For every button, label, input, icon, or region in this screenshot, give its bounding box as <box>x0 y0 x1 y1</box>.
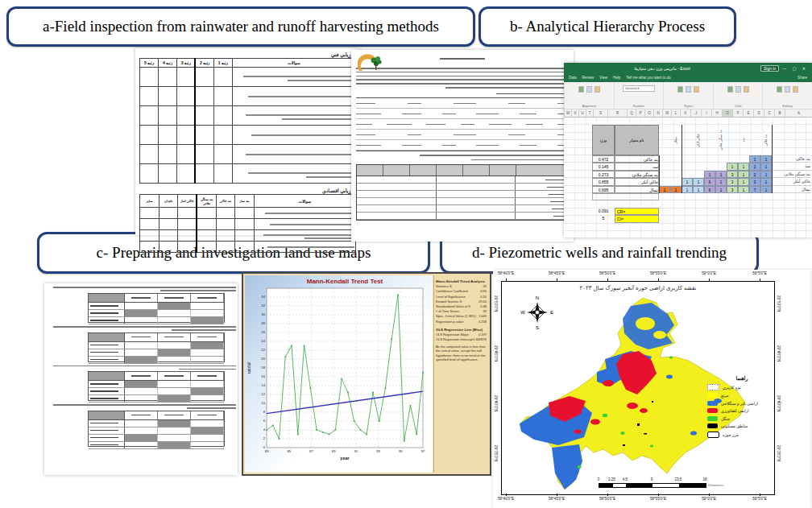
column-header-F[interactable]: F <box>732 109 743 117</box>
method-header: خاکی انبار <box>178 195 197 208</box>
rank-header: رتبه 4 <box>158 59 176 68</box>
weight-cell: 0.472 <box>592 155 615 163</box>
matrix-header-row <box>89 411 224 420</box>
excel-menu-data[interactable]: Data <box>569 76 577 80</box>
cell <box>436 176 463 183</box>
stat-label: Kendall Statistic S <box>436 299 462 304</box>
ribbon-icon[interactable] <box>594 86 600 93</box>
stat-value: 0.48 <box>480 304 487 308</box>
row-label-cell <box>89 303 125 309</box>
column-header-R[interactable]: R <box>607 109 627 117</box>
matrix-cell: 1 <box>670 186 682 193</box>
ribbon-icon[interactable] <box>735 86 741 93</box>
ribbon-icon[interactable] <box>727 86 733 93</box>
matrix-cell: 3 <box>749 178 760 185</box>
header-cell <box>125 294 158 302</box>
column-header-O[interactable]: O <box>644 109 653 117</box>
option-row <box>356 98 569 109</box>
ribbon-icon[interactable] <box>686 86 691 93</box>
map-tick <box>709 279 710 281</box>
column-header-T[interactable]: T <box>586 109 593 117</box>
caption-line <box>172 329 236 331</box>
cell <box>489 198 516 204</box>
caption-line <box>53 366 236 367</box>
column-header-M[interactable]: M <box>662 109 671 117</box>
header-cell <box>516 165 568 176</box>
ribbon-icon[interactable] <box>586 86 592 93</box>
group-label: Editing <box>763 104 812 108</box>
label-line <box>90 390 118 391</box>
ribbon-icon[interactable] <box>694 86 699 93</box>
cell <box>158 310 191 316</box>
legend-swatch <box>707 393 718 398</box>
ribbon-icon[interactable] <box>677 86 683 93</box>
column-header-K[interactable]: K <box>680 109 690 117</box>
svg-text:32: 32 <box>261 304 265 308</box>
stats-title-2: OLS Regression Line (Blue) <box>436 328 487 332</box>
column-header-C[interactable]: C <box>764 109 774 117</box>
column-header-A[interactable]: A <box>785 109 812 117</box>
excel-share-button[interactable]: Share <box>798 76 807 80</box>
excel-menu-help[interactable]: Help <box>613 76 620 80</box>
ribbon-icon[interactable] <box>744 86 749 93</box>
cell <box>125 317 158 324</box>
ribbon-icon[interactable] <box>578 86 584 93</box>
cell <box>436 205 463 212</box>
legend-row: اراضی کشاورزی <box>707 408 777 413</box>
panel-label-a: a-Field inspection from rainwater and ru… <box>6 6 475 47</box>
excel-grid[interactable]: وزننام معیار0.472بند خاکیبند خاکی0.145سد… <box>564 118 812 237</box>
column-header-J[interactable]: J <box>690 109 701 117</box>
column-header-W[interactable]: W <box>564 109 571 117</box>
row-label: بند سنگی ملاتی <box>772 171 810 178</box>
ribbon-group-editing: Editing <box>762 82 812 109</box>
excel-menu-review[interactable]: Review <box>582 76 594 80</box>
option-item <box>476 114 499 115</box>
option-item <box>408 103 421 105</box>
number-format-select[interactable]: General ▾ <box>623 85 655 92</box>
column-header-L[interactable]: L <box>671 109 680 117</box>
column-header-V[interactable]: V <box>571 109 578 117</box>
column-header-E[interactable]: E <box>743 109 753 117</box>
map-tick <box>506 279 507 281</box>
options-table <box>356 97 569 151</box>
column-header-I[interactable]: I <box>701 109 711 117</box>
column-header-H[interactable]: H <box>711 109 722 117</box>
column-header-S[interactable]: S <box>593 109 607 117</box>
matrix-header-row <box>89 333 224 342</box>
excel-signin-button[interactable]: Sign in <box>760 65 779 72</box>
column-header-N[interactable]: N <box>653 109 662 117</box>
ribbon-icon[interactable] <box>793 86 798 93</box>
column-header-Q[interactable]: Q <box>627 109 636 117</box>
group-label: Alignment <box>565 104 614 108</box>
cell <box>191 317 224 324</box>
legend-label: جنگل <box>721 416 730 421</box>
cell <box>125 342 158 349</box>
legend-label: اراضی بایر و سنگلاخی <box>721 401 758 406</box>
option-item <box>426 124 445 126</box>
ribbon-icon[interactable] <box>777 86 782 93</box>
corner-cell <box>89 411 125 419</box>
caption-line <box>53 326 236 328</box>
excel-menu-tell[interactable]: Tell me what you want to do <box>626 76 671 80</box>
paragraph-line <box>356 79 569 81</box>
matrix-cell: 1 <box>738 171 749 178</box>
column-header-U[interactable]: U <box>578 109 586 117</box>
ribbon-icon[interactable] <box>785 86 790 93</box>
column-header-P[interactable]: P <box>636 109 644 117</box>
column-header-B[interactable]: B <box>774 109 785 117</box>
criteria-cell: خاکی آنکر <box>615 178 659 185</box>
mann-kendall-chart: 0246810121416182022242628303234838587899… <box>242 272 491 476</box>
stat-row: Standardized Value of S0.48 <box>436 304 487 308</box>
latitude-label: 29°35'0"N <box>494 445 498 461</box>
excel-menu-bar: Data Review ViewHelp Tell me what you wa… <box>564 73 812 82</box>
svg-text:14: 14 <box>261 383 265 387</box>
longitude-label: 59°5'0"E <box>752 497 767 501</box>
cell <box>436 191 463 197</box>
column-header-D[interactable]: D <box>753 109 764 117</box>
label-line <box>90 345 118 345</box>
row-label-cell <box>89 381 125 387</box>
column-header-G[interactable]: G <box>722 109 732 117</box>
excel-window-controls[interactable]: — ▢ ✕ <box>782 66 808 71</box>
excel-menu-view[interactable]: View <box>599 76 607 80</box>
label-line <box>90 383 118 384</box>
